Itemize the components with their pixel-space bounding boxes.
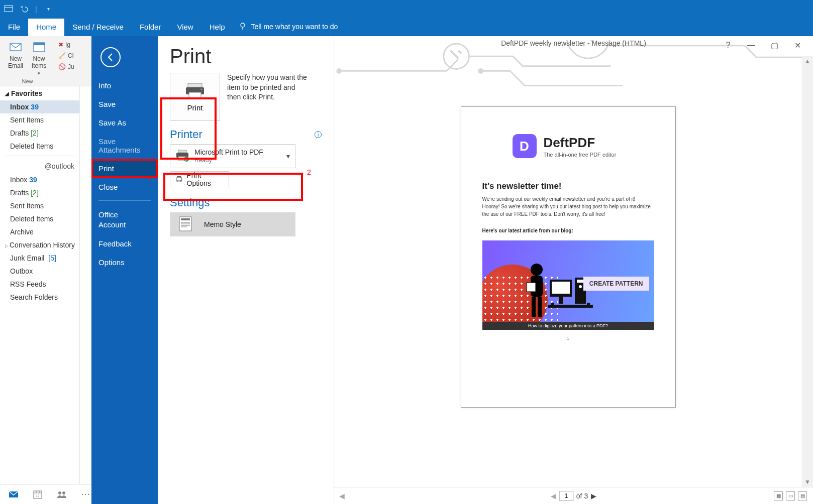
nav-people-icon[interactable] [56, 489, 67, 500]
folder-junk[interactable]: Junk Email [5] [0, 251, 79, 265]
new-email-button[interactable]: New Email [5, 39, 26, 77]
nav-more-icon[interactable]: ··· [80, 489, 91, 500]
zoom-actual-icon[interactable]: ▦ [774, 491, 783, 500]
preview-headline: It's newsletter time! [482, 181, 654, 191]
app-icon[interactable] [3, 4, 14, 15]
back-button[interactable] [100, 47, 121, 67]
svg-point-39 [579, 285, 582, 288]
person-icon [522, 263, 552, 323]
print-options-button[interactable]: Print Options [170, 171, 229, 187]
svg-rect-35 [552, 282, 570, 294]
undo-icon[interactable] [18, 4, 29, 15]
tab-view[interactable]: View [169, 19, 201, 36]
backstage-save-as[interactable]: Save As [91, 113, 158, 132]
separator [5, 156, 74, 156]
preview-hero-image: CREATE PATTERN How to digitize your patt… [482, 240, 654, 330]
tab-help[interactable]: Help [201, 19, 233, 36]
scroll-up-icon[interactable]: ▲ [804, 58, 810, 64]
print-button[interactable]: Print [170, 73, 220, 121]
tell-me-search[interactable]: Tell me what you want to do [238, 22, 338, 36]
folder-sent-items[interactable]: Sent Items [0, 113, 79, 127]
prev-page-button[interactable]: ◀ [551, 492, 556, 500]
printer-info-icon[interactable]: i [315, 131, 322, 138]
page-number-input[interactable] [559, 491, 573, 501]
zoom-page-icon[interactable]: ▭ [786, 491, 795, 500]
svg-rect-12 [189, 92, 201, 98]
new-items-button[interactable]: New Items ▾ [28, 39, 50, 77]
new-items-label: New Items [32, 55, 46, 69]
new-email-label: New Email [8, 55, 23, 69]
print-button-label: Print [187, 103, 203, 112]
vertical-scrollbar[interactable]: ▲ ▼ [802, 56, 813, 487]
cleanup-button[interactable]: 🧹Cl [58, 50, 74, 61]
folder-deleted-2[interactable]: Deleted Items [0, 212, 79, 225]
hero-caption: How to digitize your pattern into a PDF? [482, 322, 654, 330]
tab-home[interactable]: Home [28, 19, 64, 36]
printer-dropdown[interactable]: Microsoft Print to PDF Ready ▾ [170, 144, 295, 168]
zoom-multi-icon[interactable]: ▤ [798, 491, 807, 500]
annotation-1: 1 [148, 175, 152, 183]
printer-status: Ready [194, 157, 281, 164]
ribbon-tabs: File Home Send / Receive Folder View Hel… [0, 18, 813, 36]
backstage-options[interactable]: Options [91, 253, 158, 272]
backstage-info[interactable]: Info [91, 76, 158, 95]
print-style-selector[interactable]: Memo Style [170, 212, 295, 236]
tab-folder[interactable]: Folder [132, 19, 169, 36]
backstage-feedback[interactable]: Feedback [91, 234, 158, 253]
folder-sent-2[interactable]: Sent Items [0, 199, 79, 212]
preview-page-number: 1 [482, 336, 654, 341]
settings-section-header: Settings [170, 196, 322, 209]
folder-outbox[interactable]: Outbox [0, 265, 79, 278]
tell-me-label: Tell me what you want to do [251, 23, 338, 31]
deftpdf-logo: D [513, 134, 537, 158]
print-preview-area: DeftPDF weekly newsletter - Message (HTM… [334, 36, 813, 504]
folder-inbox[interactable]: Inbox39 [0, 100, 79, 113]
help-button[interactable]: ? [724, 41, 733, 50]
nav-mail-icon[interactable] [8, 489, 19, 500]
svg-rect-29 [532, 297, 536, 317]
nav-calendar-icon[interactable] [32, 489, 43, 500]
ignore-button[interactable]: ✖Ig [58, 39, 74, 50]
print-title: Print [170, 45, 322, 68]
svg-point-26 [531, 264, 543, 276]
folder-search-folders[interactable]: Search Folders [0, 291, 79, 304]
annotation-2: 2 [307, 168, 311, 176]
backstage-divider [98, 200, 151, 201]
folder-rss[interactable]: RSS Feeds [0, 278, 79, 291]
next-page-button[interactable]: ▶ [591, 492, 596, 500]
backstage-save[interactable]: Save [91, 95, 158, 113]
folder-drafts[interactable]: Drafts [2] [0, 127, 79, 140]
brand-tagline: The all-in-one free PDF editor [544, 152, 617, 158]
hero-cta-button: CREATE PATTERN [583, 277, 649, 291]
folder-conversation-history[interactable]: ▷Conversation History [0, 238, 79, 251]
print-hint: Specify how you want the item to be prin… [227, 73, 308, 102]
tab-file[interactable]: File [0, 19, 28, 36]
account-header[interactable]: @outlook [0, 159, 79, 173]
tab-send-receive[interactable]: Send / Receive [64, 19, 132, 36]
svg-rect-33 [587, 303, 590, 306]
svg-point-1 [241, 23, 245, 27]
qat-customize-icon[interactable]: ▾ [43, 4, 54, 15]
minimize-button[interactable]: — [747, 41, 756, 50]
memo-style-icon [179, 216, 192, 233]
folder-deleted-items[interactable]: Deleted Items [0, 140, 79, 153]
svg-point-11 [201, 88, 202, 90]
print-options-label: Print Options [187, 171, 224, 187]
folder-inbox-2[interactable]: Inbox39 [0, 173, 79, 186]
folder-drafts-2[interactable]: Drafts [2] [0, 186, 79, 199]
svg-rect-38 [577, 280, 584, 283]
chevron-down-icon: ▾ [286, 152, 290, 160]
backstage-sidebar: Info Save Save As Save Attachments 1 Pri… [91, 36, 158, 504]
hscroll-left-icon[interactable]: ◀ [339, 492, 345, 500]
maximize-button[interactable]: ▢ [770, 41, 779, 50]
svg-rect-32 [551, 303, 554, 306]
printer-section-header: Printer i [170, 128, 322, 141]
favorites-header[interactable]: ◢Favorites [0, 86, 79, 100]
preview-body-text: We're sending out our weekly email newsl… [482, 195, 654, 218]
close-button[interactable]: ✕ [793, 41, 802, 50]
backstage-office-account[interactable]: Office Account [91, 205, 158, 234]
page-total-label: of 3 [576, 492, 588, 500]
junk-button[interactable]: 🚫Ju [58, 61, 74, 72]
folder-archive[interactable]: Archive [0, 225, 79, 238]
scroll-down-icon[interactable]: ▼ [804, 479, 810, 485]
